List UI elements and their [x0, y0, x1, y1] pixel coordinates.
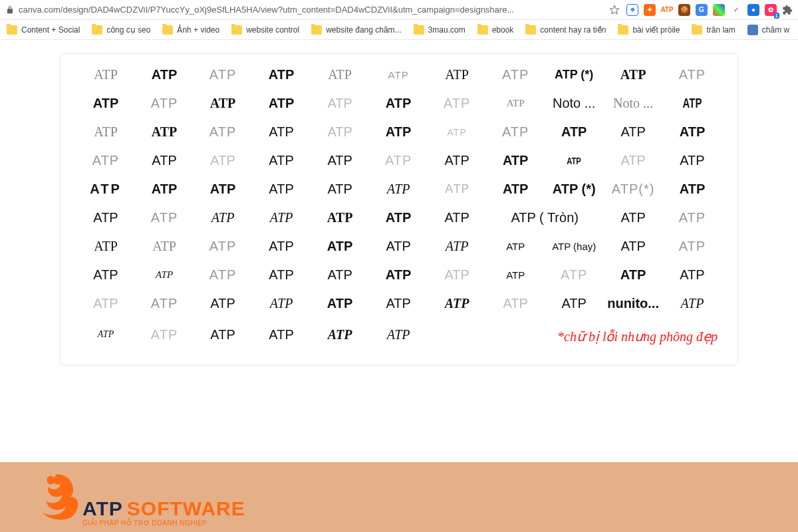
font-sample[interactable]: ATP — [139, 239, 190, 254]
font-sample[interactable]: ATP — [256, 182, 307, 197]
font-sample[interactable]: ATP(*) — [607, 182, 659, 197]
font-sample[interactable]: ATP — [667, 210, 718, 225]
font-sample[interactable]: ATP — [667, 153, 718, 168]
bookmark-item[interactable]: 3mau.com — [414, 25, 466, 35]
font-sample[interactable]: ATP — [549, 296, 599, 311]
font-sample[interactable]: ATP — [490, 182, 541, 197]
font-sample[interactable]: ATP — [667, 182, 718, 197]
ext-icon[interactable]: ● — [747, 4, 759, 16]
font-sample[interactable]: ATP — [373, 96, 424, 111]
font-sample[interactable]: ATP — [432, 127, 482, 138]
font-sample[interactable]: ATP — [139, 269, 190, 281]
font-sample[interactable]: ATP — [198, 124, 248, 140]
bookmark-item[interactable]: website control — [231, 25, 299, 35]
font-sample[interactable]: ATP — [80, 67, 131, 82]
font-sample[interactable]: ATP — [139, 96, 190, 111]
font-sample[interactable]: ATP — [198, 239, 248, 254]
font-sample[interactable]: ATP — [256, 67, 307, 82]
font-sample[interactable]: ATP — [80, 267, 131, 283]
bookmark-item[interactable]: ebook — [477, 25, 514, 35]
ext-icon[interactable]: 🍪 — [678, 4, 690, 16]
font-sample[interactable]: ATP — [315, 267, 365, 283]
url-text[interactable]: canva.com/design/DAD4wCDZViI/P7YuccYy_oX… — [19, 5, 514, 15]
font-sample[interactable]: ATP — [139, 296, 190, 311]
ext-icon[interactable]: ATP — [661, 4, 673, 16]
font-sample[interactable]: ATP — [555, 155, 593, 166]
font-sample[interactable]: ATP — [490, 296, 541, 311]
font-sample[interactable]: ATP — [432, 182, 482, 197]
ext-icon[interactable] — [713, 4, 725, 16]
font-sample[interactable]: ATP — [549, 124, 599, 140]
bookmark-item[interactable]: website đang chăm... — [311, 25, 401, 35]
font-sample[interactable]: ATP — [373, 69, 424, 80]
font-sample[interactable]: ATP — [198, 327, 248, 342]
font-sample[interactable]: ATP — [256, 210, 307, 225]
font-sample[interactable]: ATP — [198, 296, 248, 311]
font-sample[interactable]: nunito... — [607, 296, 659, 311]
font-sample[interactable]: Noto ... — [607, 96, 659, 111]
font-sample[interactable]: ATP — [490, 241, 541, 252]
ext-icon[interactable]: G — [696, 4, 708, 16]
extensions-puzzle-icon[interactable] — [782, 5, 793, 15]
font-sample[interactable]: ATP — [315, 124, 365, 140]
font-sample[interactable]: ATP — [256, 327, 307, 342]
font-sample[interactable]: ATP — [315, 327, 365, 342]
font-sample[interactable]: ATP — [490, 67, 541, 82]
font-sample[interactable]: ATP — [198, 96, 248, 111]
font-sample[interactable]: ATP — [607, 67, 659, 82]
font-sample[interactable]: ATP — [80, 329, 131, 340]
font-sample[interactable]: ATP — [607, 124, 659, 140]
bookmark-star-icon[interactable] — [609, 5, 620, 15]
font-sample[interactable]: ATP — [490, 153, 541, 168]
font-sample[interactable]: ATP — [80, 296, 131, 311]
ext-icon[interactable]: ✦ — [644, 4, 656, 16]
font-sample[interactable]: ATP — [315, 239, 365, 254]
ext-icon[interactable]: ✿1 — [765, 4, 777, 16]
font-sample[interactable]: ATP — [432, 210, 482, 225]
font-sample[interactable]: ATP — [315, 182, 365, 197]
font-sample[interactable]: ATP — [139, 182, 190, 197]
font-sample[interactable]: ATP — [198, 67, 248, 82]
font-sample[interactable]: ATP — [373, 153, 424, 168]
font-sample[interactable]: ATP — [139, 153, 190, 168]
design-canvas[interactable]: ATP ATP ATP ATP ATP ATP ATP ATP ATP (*) … — [60, 53, 738, 365]
font-sample[interactable]: ATP — [80, 210, 131, 225]
font-sample[interactable]: ATP — [373, 124, 424, 140]
font-sample[interactable]: ATP — [607, 153, 659, 168]
font-sample[interactable]: ATP — [315, 153, 365, 168]
bookmark-item[interactable]: content hay ra tiền — [525, 25, 606, 35]
font-sample[interactable]: ATP — [373, 296, 424, 311]
ext-icon[interactable]: ⊕ — [626, 4, 638, 16]
font-sample[interactable]: ATP — [80, 182, 131, 197]
font-sample[interactable]: ATP — [315, 210, 365, 225]
font-sample[interactable]: ATP — [198, 267, 248, 283]
font-sample[interactable]: ATP — [607, 267, 659, 283]
font-sample[interactable]: ATP — [432, 239, 482, 254]
font-sample[interactable]: ATP — [373, 267, 424, 283]
bookmark-item[interactable]: bài viết pròile — [618, 25, 680, 35]
bookmark-item[interactable]: công cụ seo — [92, 25, 150, 35]
font-sample[interactable]: ATP — [667, 296, 718, 311]
font-sample[interactable]: ATP — [80, 239, 131, 254]
font-sample[interactable]: ATP — [256, 239, 307, 254]
font-sample[interactable]: ATP — [432, 96, 482, 111]
font-sample[interactable]: ATP — [373, 327, 424, 342]
font-sample[interactable]: ATP — [139, 327, 190, 342]
font-sample[interactable]: ATP — [432, 67, 482, 82]
font-sample[interactable]: ATP — [198, 210, 248, 225]
font-sample[interactable]: ATP — [490, 269, 541, 281]
font-sample[interactable]: ATP — [256, 124, 307, 140]
font-sample[interactable]: ATP — [80, 96, 131, 111]
font-sample[interactable]: ATP — [490, 124, 541, 140]
font-sample[interactable]: ATP — [667, 124, 718, 140]
font-sample[interactable]: ATP — [256, 296, 307, 311]
font-sample[interactable]: ATP — [432, 296, 482, 311]
font-sample[interactable]: ATP — [373, 239, 424, 254]
font-sample[interactable]: ATP — [256, 267, 307, 283]
bookmark-item[interactable]: chăm w — [747, 25, 789, 35]
font-sample[interactable]: ATP — [256, 153, 307, 168]
font-sample[interactable]: ATP — [549, 267, 599, 283]
bookmark-item[interactable]: Content + Social — [7, 25, 80, 35]
ext-icon[interactable]: ✓ — [730, 4, 742, 16]
font-sample[interactable]: ATP — [667, 67, 718, 82]
